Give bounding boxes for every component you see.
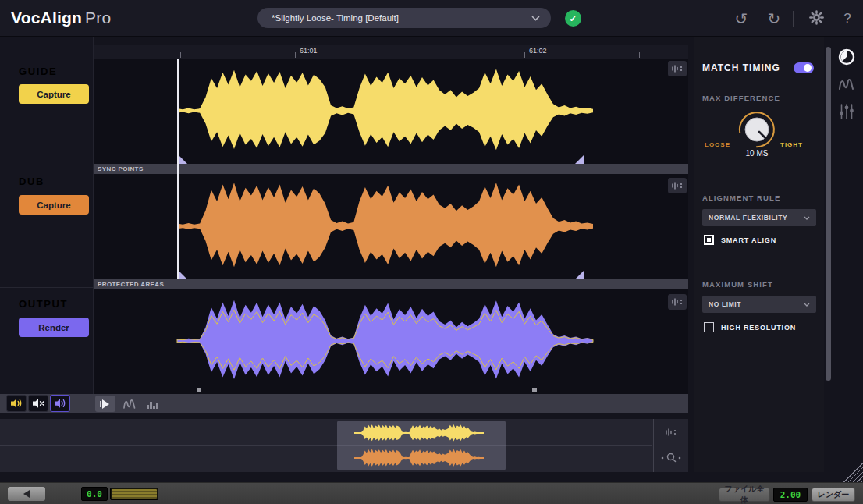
overview-divider [0, 445, 652, 446]
zoom-control-button[interactable] [659, 451, 684, 465]
region-end-line [584, 59, 584, 279]
level-meter-bar [112, 489, 157, 499]
sidebar-divider [0, 165, 94, 165]
guide-capture-button[interactable]: Capture [19, 84, 89, 104]
knob-tight-label: TIGHT [780, 141, 803, 148]
dub-track-label: DUB [19, 176, 44, 187]
chevron-down-icon [804, 216, 810, 220]
region-handle[interactable] [179, 155, 187, 164]
toolbar-divider [793, 11, 794, 27]
dub-waveform-track[interactable] [94, 174, 688, 279]
level-meter [110, 488, 158, 500]
output-render-button[interactable]: Render [19, 318, 89, 337]
mute-button[interactable] [28, 395, 48, 412]
knob-value: 10 MS [694, 149, 819, 158]
output-monitor-button[interactable] [50, 395, 70, 412]
resize-grip[interactable] [843, 462, 863, 482]
overview-minimap[interactable] [0, 419, 688, 472]
sidebar-divider [0, 287, 94, 288]
protected-areas-strip[interactable]: PROTECTED AREAS [94, 279, 688, 289]
render-value-readout: 2.00 [773, 488, 808, 502]
histogram-view-icon [145, 399, 159, 410]
high-resolution-checkbox[interactable]: HIGH RESOLUTION [704, 322, 796, 332]
timeline-tick [639, 52, 640, 58]
match-timing-toggle[interactable] [794, 62, 814, 73]
preset-saved-check-icon: ✓ [565, 10, 581, 27]
guide-track-options-button[interactable] [668, 61, 687, 76]
timeline-tick [295, 52, 296, 58]
output-boundary-marker[interactable] [197, 388, 201, 392]
overview-guide-waveform [343, 421, 499, 445]
dub-capture-button[interactable]: Capture [19, 195, 89, 215]
redo-icon[interactable]: ↻ [765, 9, 783, 28]
timing-mode-button[interactable] [836, 47, 857, 67]
maximum-shift-dropdown[interactable]: NO LIMIT [702, 296, 816, 313]
overview-dub-waveform [343, 446, 499, 470]
guide-track-label: GUIDE [19, 66, 57, 77]
overview-separator [653, 419, 654, 472]
waveform-view-icon [123, 398, 137, 410]
guide-monitor-button[interactable] [6, 395, 27, 412]
guide-waveform [94, 59, 688, 164]
region-handle[interactable] [179, 271, 187, 279]
output-boundary-marker[interactable] [532, 388, 537, 392]
checkbox-unchecked [704, 322, 714, 332]
output-track-options-button[interactable] [668, 294, 687, 310]
histogram-view-button[interactable] [144, 396, 161, 411]
chevron-down-icon [531, 16, 540, 21]
knob-loose-label: LOOSE [705, 141, 730, 148]
waveform-view-button[interactable] [121, 396, 138, 411]
rewind-button[interactable] [8, 487, 45, 501]
zoom-icon [659, 452, 683, 464]
timeline-ruler[interactable]: 61:01 61:02 [94, 45, 688, 59]
sliders-icon [839, 103, 854, 120]
sync-points-label: SYNC POINTS [98, 165, 144, 172]
maximum-shift-label: MAXIMUM SHIFT [702, 280, 773, 289]
timeline-label: 61:02 [529, 47, 547, 55]
preset-dropdown[interactable]: *Slightly Loose- Timing [Default] [257, 8, 551, 28]
alignment-rule-label: ALIGNMENT RULE [702, 193, 780, 202]
waveform-icon [838, 77, 855, 91]
host-status-bar: 0.0 ファイル全体 2.00 レンダー [0, 482, 863, 504]
pitch-waveform-button[interactable] [836, 76, 857, 91]
dub-track-options-button[interactable] [668, 178, 687, 193]
rewind-icon [23, 490, 30, 498]
playhead[interactable] [177, 59, 179, 279]
guide-speaker-icon [9, 398, 23, 409]
region-handle[interactable] [575, 155, 584, 164]
dub-waveform [94, 174, 688, 279]
alignment-rule-dropdown[interactable]: NORMAL FLEXIBILITY [702, 209, 816, 226]
waveform-options-icon [671, 64, 684, 73]
mute-speaker-icon [31, 398, 45, 409]
preset-value: *Slightly Loose- Timing [Default] [272, 13, 531, 23]
guide-waveform-track[interactable] [94, 59, 688, 164]
max-difference-label: MAX DIFFERENCE [702, 94, 780, 102]
timeline-tick [410, 52, 410, 58]
max-difference-knob[interactable] [737, 109, 777, 150]
app-logo-light: Pro [85, 9, 111, 27]
pointer-tool-button[interactable] [95, 396, 115, 412]
sync-points-strip[interactable]: SYNC POINTS [94, 164, 688, 174]
output-speaker-icon [53, 398, 67, 409]
whole-file-button[interactable]: ファイル全体 [719, 488, 770, 502]
alignment-rule-value: NORMAL FLEXIBILITY [709, 214, 804, 222]
smart-align-checkbox[interactable]: SMART ALIGN [704, 235, 776, 245]
output-waveform-track[interactable] [94, 289, 688, 394]
sidebar: GUIDE Capture DUB Capture OUTPUT Render [0, 37, 94, 394]
vertical-scrollbar[interactable] [826, 47, 831, 381]
timeline-tick [524, 52, 525, 58]
undo-icon[interactable]: ↺ [732, 9, 751, 28]
settings-gear-icon[interactable] [807, 9, 826, 28]
output-waveform [94, 289, 688, 394]
high-resolution-label: HIGH RESOLUTION [721, 324, 796, 332]
render-host-button[interactable]: レンダー [812, 488, 855, 502]
help-icon[interactable]: ? [838, 9, 857, 28]
settings-sliders-button[interactable] [836, 102, 857, 121]
maximum-shift-value: NO LIMIT [709, 300, 804, 308]
transport-bar [0, 394, 688, 413]
app-logo: VocAlignPro [11, 9, 111, 27]
overview-options-button[interactable] [660, 425, 682, 439]
checkbox-checked [704, 235, 714, 245]
region-handle[interactable] [575, 271, 584, 279]
timeline-tick [180, 52, 181, 58]
